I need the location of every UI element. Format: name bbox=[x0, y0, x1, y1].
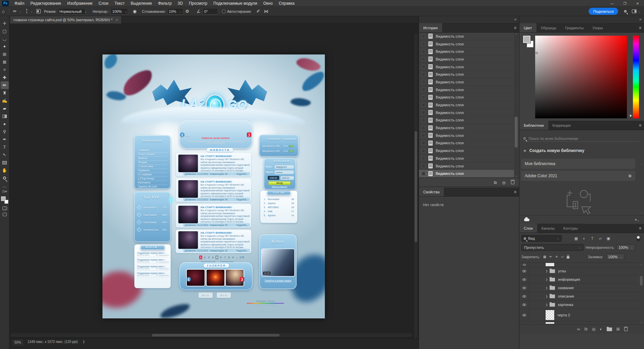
history-source-checkbox[interactable] bbox=[422, 34, 425, 38]
scrollbar-thumb[interactable] bbox=[415, 131, 417, 242]
canvas-horizontal-scrollbar[interactable] bbox=[11, 334, 412, 337]
gallery-thumbnail-2[interactable] bbox=[207, 270, 224, 286]
scroll-up-icon[interactable]: ⌃ bbox=[514, 33, 518, 36]
move-tool[interactable]: ✛ bbox=[1, 20, 9, 27]
brush-preset-picker[interactable]: 1 bbox=[26, 9, 28, 13]
gear-icon[interactable]: ⚙ bbox=[183, 9, 191, 14]
expand-chevron-icon[interactable]: ❯ bbox=[546, 303, 550, 306]
menu-item[interactable]: Текст bbox=[112, 0, 128, 7]
dodge-tool[interactable]: ⚲ bbox=[1, 128, 9, 135]
collapse-panels-icon[interactable]: » bbox=[514, 17, 516, 21]
default-colors-icon[interactable]: ◳⇄ bbox=[2, 190, 7, 194]
marquee-tool[interactable]: ▢ bbox=[1, 27, 9, 35]
pagination-page[interactable]: ... bbox=[235, 256, 239, 259]
history-row[interactable]: Видимость слоя bbox=[419, 101, 514, 109]
history-source-checkbox[interactable] bbox=[422, 164, 425, 168]
panel-menu-icon[interactable]: ≡ bbox=[514, 26, 516, 30]
top-pk-row[interactable]: 1. Murnsaider 38 bbox=[264, 198, 294, 200]
lock-paint-icon[interactable]: ✏ bbox=[549, 255, 552, 259]
history-row[interactable]: Видимость слоя bbox=[419, 71, 514, 78]
workspace-icon[interactable] bbox=[632, 9, 637, 13]
history-brush-tool[interactable]: ✍ bbox=[1, 97, 9, 105]
history-row[interactable]: Видимость слоя bbox=[419, 48, 514, 55]
expand-chevron-icon[interactable]: ❯ bbox=[546, 295, 550, 298]
nav-item[interactable]: Форум bbox=[137, 161, 167, 165]
tab-history[interactable]: История bbox=[419, 23, 442, 32]
add-library-icon[interactable]: +⌄ bbox=[635, 218, 639, 222]
filter-smart-objects-icon[interactable]: ▣ bbox=[605, 236, 611, 241]
menu-item[interactable]: Выделение bbox=[128, 0, 155, 7]
opacity-value[interactable]: 100%⌄ bbox=[616, 244, 635, 251]
scroll-up-icon[interactable]: ⌃ bbox=[640, 164, 643, 167]
top-pk-row[interactable]: 2. lolpwnz 24 bbox=[264, 202, 294, 204]
history-row[interactable]: Видимость слоя bbox=[419, 155, 514, 162]
canvas-vertical-scrollbar[interactable] bbox=[414, 34, 418, 338]
history-source-checkbox[interactable] bbox=[422, 126, 425, 130]
history-row[interactable]: Видимость слоя bbox=[419, 162, 514, 170]
tab-paths[interactable]: Контуры bbox=[559, 224, 582, 233]
pressure-opacity-icon[interactable]: ◉ bbox=[131, 9, 138, 14]
layer-row[interactable]: черта 2 bbox=[519, 309, 639, 321]
pagination-page[interactable]: 2 bbox=[203, 256, 206, 259]
share-button[interactable]: Поделиться bbox=[589, 8, 618, 15]
layer-group-row[interactable]: ❯ информация bbox=[519, 275, 639, 284]
menu-item[interactable]: Изображение bbox=[64, 0, 96, 7]
tab-layers[interactable]: Слои bbox=[519, 224, 537, 233]
top-pvp-row[interactable]: 3 DarkSaider 654 bbox=[137, 221, 169, 224]
tab-adjustments[interactable]: Коррекция bbox=[548, 121, 575, 130]
menu-item[interactable]: Файл bbox=[11, 0, 28, 7]
forum-row[interactable]: Поддержим сервер вмест... 08.10.13 18:52… bbox=[137, 259, 169, 264]
blend-mode-select[interactable]: Нормальный⌄ bbox=[58, 8, 85, 14]
menu-item[interactable]: Просмотр bbox=[186, 0, 210, 7]
path-select-tool[interactable]: ↖ bbox=[1, 151, 9, 159]
layer-group-row[interactable]: ❯ название bbox=[519, 284, 639, 292]
minimize-button[interactable]: — bbox=[606, 0, 618, 7]
restore-button[interactable]: ❐ bbox=[618, 0, 631, 7]
new-group-icon[interactable] bbox=[607, 327, 612, 331]
menu-item[interactable]: 3D bbox=[175, 0, 186, 7]
scroll-up-icon[interactable]: ⌃ bbox=[640, 264, 643, 267]
news-more-link[interactable]: Подробне... bbox=[236, 198, 248, 201]
tab-color[interactable]: Цвет bbox=[519, 23, 536, 32]
symmetry-icon[interactable]: ⋈ bbox=[262, 9, 270, 14]
tab-gradients[interactable]: Градиенты bbox=[561, 23, 588, 32]
lock-artboard-icon[interactable]: ▱ bbox=[561, 255, 564, 259]
gallery-prev-arrow[interactable]: ❮ bbox=[186, 277, 191, 281]
smoothing-select[interactable]: 10%⌄ bbox=[167, 8, 183, 14]
top-pvp-row[interactable]: 1 BenderBot 752 bbox=[137, 206, 169, 209]
history-row[interactable]: Видимость слоя bbox=[419, 40, 514, 48]
forgot-password-link[interactable]: Забыли пароль? bbox=[272, 186, 287, 188]
frame-tool[interactable]: ⊠ bbox=[1, 58, 9, 66]
lasso-tool[interactable]: ◡ bbox=[1, 35, 9, 43]
scrollbar-thumb[interactable] bbox=[515, 117, 518, 148]
layer-group-row[interactable]: ❯ углы bbox=[519, 267, 639, 275]
visibility-cell[interactable] bbox=[519, 263, 529, 267]
nav-item[interactable]: Главная bbox=[137, 149, 167, 153]
expand-chevron-icon[interactable]: ❯ bbox=[546, 286, 550, 289]
news-card[interactable]: НА СТАРТ! ВНИМАНИЕ! Вот и подошло к конц… bbox=[176, 204, 251, 228]
pagination-page[interactable]: 4 bbox=[211, 256, 214, 259]
banner-placeholder[interactable]: 88 x 31 bbox=[217, 293, 231, 298]
nav-item[interactable]: О сервере bbox=[137, 173, 167, 177]
layers-scrollbar[interactable]: ⌃ ⌄ bbox=[640, 264, 643, 324]
news-card[interactable]: НА СТАРТ! ВНИМАНИЕ! Вот и подошло к конц… bbox=[176, 153, 251, 177]
history-row[interactable]: Видимость слоя bbox=[419, 132, 514, 140]
nav-item[interactable]: L2Top Бонус bbox=[137, 177, 167, 181]
hue-slider-arrow[interactable] bbox=[630, 114, 632, 117]
scrollbar-thumb[interactable] bbox=[640, 276, 643, 285]
gradient-tool[interactable] bbox=[1, 112, 9, 120]
history-source-checkbox[interactable] bbox=[422, 118, 425, 122]
adjustment-layer-icon[interactable]: ◐ bbox=[600, 327, 602, 332]
slider-title[interactable]: Новости, всем читать! bbox=[182, 137, 249, 140]
history-row[interactable]: Видимость слоя bbox=[419, 124, 514, 132]
history-source-checkbox[interactable] bbox=[422, 111, 425, 114]
status-chevron-icon[interactable]: ❯ bbox=[82, 340, 85, 343]
scrollbar-thumb[interactable] bbox=[152, 334, 280, 337]
history-source-checkbox[interactable] bbox=[422, 172, 425, 176]
opacity-select[interactable]: 100%⌄ bbox=[111, 8, 128, 14]
pagination-page[interactable]: 3 bbox=[207, 256, 210, 259]
nav-item[interactable]: Группа vk.com bbox=[137, 185, 167, 189]
close-button[interactable]: ✕ bbox=[631, 0, 644, 7]
type-tool[interactable]: T bbox=[1, 143, 9, 151]
history-row[interactable]: Видимость слоя bbox=[419, 86, 514, 94]
